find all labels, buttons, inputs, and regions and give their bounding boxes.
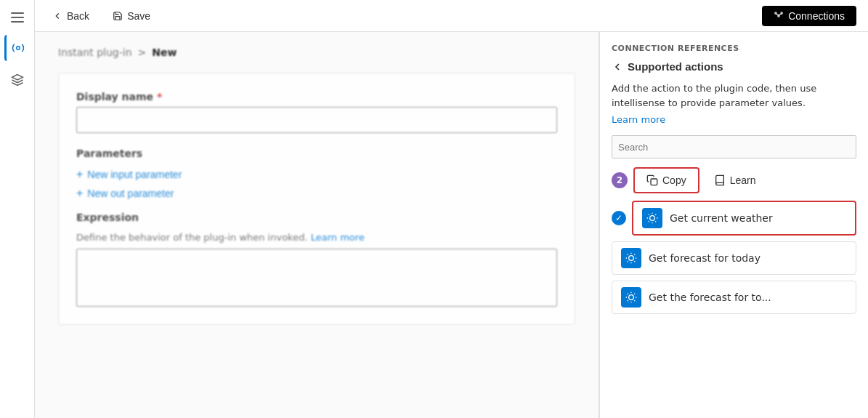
svg-line-29	[628, 294, 628, 294]
sun-icon	[646, 212, 658, 224]
copy-learn-row: 2 Copy Learn	[612, 167, 856, 193]
forecast-future-icon-box	[621, 287, 641, 308]
weather-icon-box	[642, 208, 662, 228]
forecast-today-icon-box	[621, 248, 641, 268]
expression-editor[interactable]	[76, 249, 557, 307]
svg-line-11	[649, 214, 649, 215]
copy-button[interactable]: Copy	[633, 167, 699, 193]
action-item-weather[interactable]: Get current weather	[632, 201, 856, 236]
add-input-param-button[interactable]: + New input parameter	[76, 168, 182, 181]
svg-line-21	[634, 261, 635, 262]
svg-point-2	[778, 15, 779, 16]
svg-line-20	[628, 254, 628, 255]
add-input-label: New input parameter	[87, 169, 182, 180]
breadcrumb-parent: Instant plug-in	[58, 47, 132, 58]
main-area: Back Save Connections Instant plug-in > …	[35, 0, 868, 418]
learn-icon	[714, 174, 726, 186]
action-item-label-1: Get current weather	[670, 212, 773, 224]
display-name-input[interactable]	[76, 107, 557, 133]
panel-description: Add the action to the plugin code, then …	[612, 81, 856, 110]
expression-description: Define the behavior of the plug-in when …	[76, 232, 557, 243]
panel-back-icon	[612, 61, 623, 73]
display-name-label: Display name *	[76, 91, 557, 103]
svg-line-15	[649, 221, 649, 222]
form-panel: Instant plug-in > New Display name * Par…	[35, 32, 599, 418]
svg-line-5	[776, 14, 779, 15]
content-wrapper: Instant plug-in > New Display name * Par…	[35, 32, 868, 418]
menu-icon[interactable]	[6, 6, 29, 29]
connections-button[interactable]: Connections	[762, 6, 856, 26]
form-section: Display name * Parameters + New input pa…	[58, 73, 575, 325]
svg-point-4	[781, 12, 782, 13]
learn-label: Learn	[730, 174, 756, 186]
svg-line-25	[634, 254, 635, 255]
svg-point-8	[650, 216, 655, 221]
svg-line-33	[628, 300, 628, 301]
connections-label: Connections	[788, 10, 845, 22]
toolbar: Back Save Connections	[35, 0, 868, 32]
expression-title: Expression	[76, 212, 557, 223]
panel-learn-more-link[interactable]: Learn more	[612, 114, 856, 125]
action-item-row-1: ✓	[612, 201, 856, 236]
svg-rect-7	[651, 179, 657, 185]
sidebar	[0, 0, 35, 418]
back-button[interactable]: Back	[46, 7, 95, 25]
expression-learn-more-link[interactable]: Learn more	[311, 232, 365, 243]
learn-button[interactable]: Learn	[705, 169, 765, 192]
search-input[interactable]	[612, 135, 856, 158]
copy-icon	[646, 174, 658, 186]
breadcrumb-separator: >	[138, 47, 147, 58]
svg-point-0	[17, 47, 20, 50]
svg-point-26	[629, 295, 634, 300]
back-label: Back	[67, 10, 89, 22]
svg-point-3	[775, 12, 776, 13]
panel-back-button[interactable]: Supported actions	[612, 60, 723, 73]
sidebar-item-connections[interactable]	[4, 35, 31, 61]
panel-back-label: Supported actions	[628, 60, 723, 73]
svg-line-16	[655, 214, 656, 215]
svg-line-34	[634, 294, 635, 294]
action-item-label-3: Get the forecast for to...	[649, 292, 771, 303]
plus-icon: +	[76, 168, 83, 181]
svg-point-17	[629, 256, 634, 261]
connections-icon	[774, 11, 784, 21]
plus-icon-2: +	[76, 187, 83, 200]
parameters-title: Parameters	[76, 148, 557, 159]
right-panel: CONNECTION REFERENCES Supported actions …	[599, 32, 868, 418]
required-indicator: *	[157, 91, 162, 103]
breadcrumb-current: New	[152, 47, 177, 58]
copy-label: Copy	[662, 174, 686, 186]
breadcrumb: Instant plug-in > New	[58, 47, 575, 58]
svg-line-24	[628, 261, 628, 262]
action-item-forecast-future[interactable]: Get the forecast for to...	[612, 281, 856, 314]
add-output-label: New out parameter	[87, 188, 174, 199]
badge-2: 2	[612, 172, 628, 188]
sun-icon-3	[625, 292, 637, 303]
svg-line-6	[779, 14, 782, 15]
svg-marker-1	[12, 75, 23, 81]
save-label: Save	[127, 10, 150, 22]
sidebar-item-layers[interactable]	[4, 67, 31, 93]
action-item-label-2: Get forecast for today	[649, 252, 760, 264]
panel-section-label: CONNECTION REFERENCES	[612, 44, 856, 53]
svg-line-12	[655, 221, 656, 222]
svg-line-30	[634, 300, 635, 301]
sun-icon-2	[625, 252, 637, 264]
back-icon	[52, 11, 62, 21]
action-item-forecast-today[interactable]: Get forecast for today	[612, 241, 856, 275]
check-icon-1: ✓	[612, 211, 626, 225]
save-icon	[113, 11, 123, 21]
add-output-param-button[interactable]: + New out parameter	[76, 187, 174, 200]
expression-section: Expression Define the behavior of the pl…	[76, 212, 557, 307]
save-button[interactable]: Save	[107, 7, 156, 25]
